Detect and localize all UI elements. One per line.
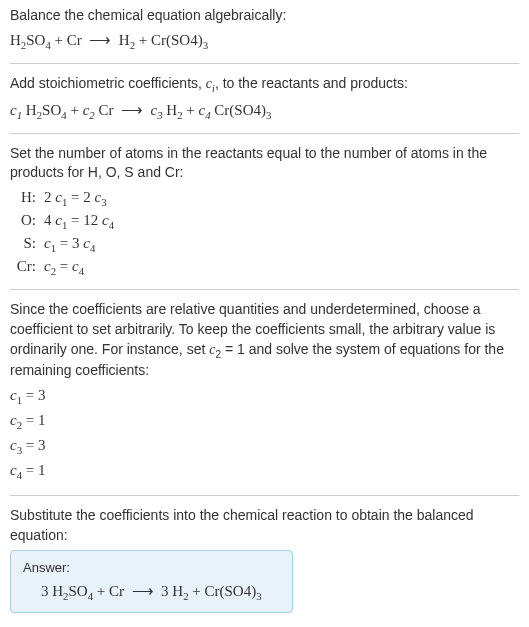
section-coefficients: Add stoichiometric coefficients, ci, to … (10, 74, 519, 134)
list-item: c1 = 3 (10, 385, 519, 408)
section-problem: Balance the chemical equation algebraica… (10, 6, 519, 64)
section-atom-balance: Set the number of atoms in the reactants… (10, 144, 519, 291)
atom-equation: 2 c1 = 2 c3 (44, 187, 519, 210)
atom-balance-text: Set the number of atoms in the reactants… (10, 144, 519, 183)
coef-equation: c1 H2SO4 + c2 Cr ⟶ c3 H2 + c4 Cr(SO4)3 (10, 100, 519, 123)
section-solve: Since the coefficients are relative quan… (10, 300, 519, 496)
atom-equation: c1 = 3 c4 (44, 233, 519, 256)
table-row: S: c1 = 3 c4 (10, 233, 519, 256)
atom-equation: c2 = c4 (44, 256, 519, 279)
list-item: c2 = 1 (10, 410, 519, 433)
atom-label: Cr: (10, 256, 44, 277)
atom-equation: 4 c1 = 12 c4 (44, 210, 519, 233)
list-item: c4 = 1 (10, 460, 519, 483)
list-item: c3 = 3 (10, 435, 519, 458)
section-answer: Substitute the coefficients into the che… (10, 506, 519, 622)
unbalanced-equation: H2SO4 + Cr ⟶ H2 + Cr(SO4)3 (10, 30, 519, 53)
atom-label: O: (10, 210, 44, 231)
atom-label: S: (10, 233, 44, 254)
atom-label: H: (10, 187, 44, 208)
answer-box: Answer: 3 H2SO4 + Cr ⟶ 3 H2 + Cr(SO4)3 (10, 550, 293, 613)
solve-text: Since the coefficients are relative quan… (10, 300, 519, 381)
table-row: O: 4 c1 = 12 c4 (10, 210, 519, 233)
answer-label: Answer: (23, 559, 280, 577)
answer-intro-text: Substitute the coefficients into the che… (10, 506, 519, 545)
balanced-equation: 3 H2SO4 + Cr ⟶ 3 H2 + Cr(SO4)3 (23, 581, 280, 604)
problem-title: Balance the chemical equation algebraica… (10, 6, 519, 26)
table-row: H: 2 c1 = 2 c3 (10, 187, 519, 210)
section-coefficients-text: Add stoichiometric coefficients, ci, to … (10, 74, 519, 96)
table-row: Cr: c2 = c4 (10, 256, 519, 279)
